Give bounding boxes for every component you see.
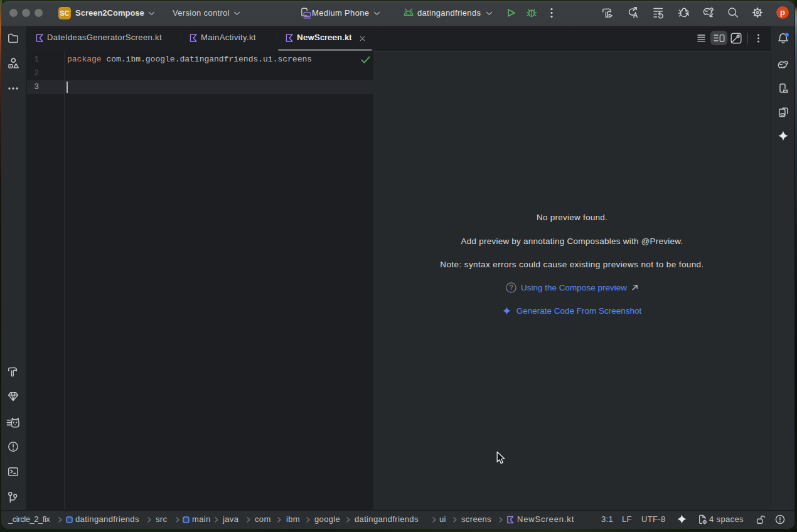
svg-text:?: ? xyxy=(510,284,513,291)
